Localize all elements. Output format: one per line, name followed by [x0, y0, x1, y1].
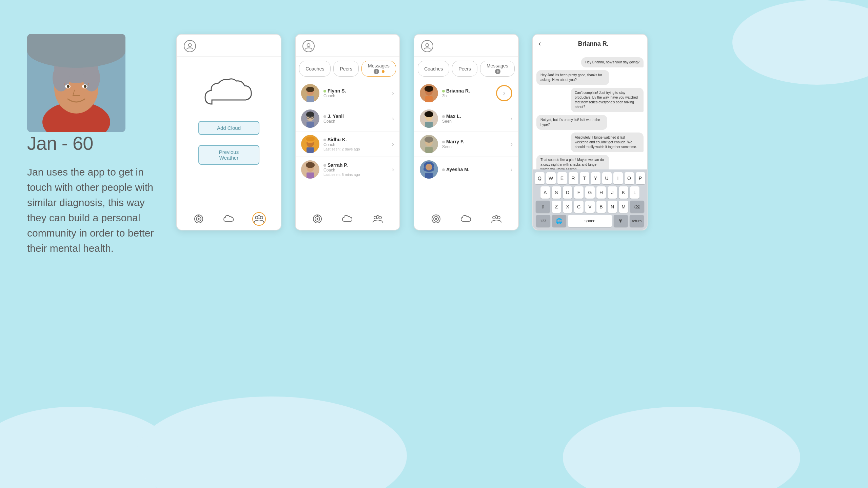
contact-item-flynn[interactable]: Flynn S. Coach ›	[296, 81, 399, 106]
key-i[interactable]: I	[613, 172, 623, 184]
persona-description: Jan uses the app to get in touch with ot…	[27, 164, 156, 256]
key-z[interactable]: Z	[552, 201, 561, 213]
key-delete[interactable]: ⌫	[630, 201, 644, 213]
key-w[interactable]: W	[546, 172, 556, 184]
svg-point-42	[317, 218, 318, 220]
contact-item-max[interactable]: Max L. Seen ›	[414, 106, 518, 131]
key-v[interactable]: V	[585, 201, 595, 213]
phone-2-header	[296, 35, 399, 57]
key-globe[interactable]: 🌐	[552, 215, 566, 227]
key-l[interactable]: L	[630, 186, 639, 199]
chevron-marry: ›	[511, 141, 513, 148]
svg-rect-51	[425, 96, 433, 102]
previous-weather-button[interactable]: Previous Weather	[198, 145, 259, 165]
tab-messages-2[interactable]: Messages 8	[361, 61, 396, 77]
key-u[interactable]: U	[602, 172, 612, 184]
svg-point-26	[306, 111, 314, 118]
profile-icon-3[interactable]	[421, 40, 433, 52]
status-dot-max	[442, 115, 445, 118]
profile-icon-2[interactable]	[302, 40, 315, 52]
contact-item-marry[interactable]: Marry F. Seen ›	[414, 131, 518, 157]
svg-point-9	[67, 85, 70, 88]
status-dot-sarrah	[323, 164, 326, 167]
avatar-max	[420, 109, 438, 128]
key-q[interactable]: Q	[535, 172, 545, 184]
key-return[interactable]: return	[630, 215, 644, 227]
contact-role-sidhu: Coach	[323, 142, 388, 147]
keyboard-row-3: ⇧ Z X C V B N M ⌫	[534, 201, 646, 213]
community-nav-icon-3[interactable]	[490, 212, 503, 226]
key-p[interactable]: P	[636, 172, 645, 184]
key-a[interactable]: A	[540, 186, 550, 199]
phone-3-header	[414, 35, 518, 57]
key-d[interactable]: D	[563, 186, 572, 199]
contact-item-ayesha[interactable]: Ayesha M. ›	[414, 157, 518, 182]
key-g[interactable]: G	[585, 186, 595, 199]
back-button[interactable]: ‹	[538, 39, 541, 48]
chevron-sarrah: ›	[392, 166, 394, 173]
cloud-nav-icon-1[interactable]	[222, 212, 236, 226]
key-t[interactable]: T	[580, 172, 589, 184]
goal-nav-icon-3[interactable]	[429, 212, 443, 226]
key-x[interactable]: X	[563, 201, 572, 213]
contact-name-sidhu: Sidhu K.	[323, 137, 388, 142]
contact-item-sarrah[interactable]: Sarrah P. Coach Last seen: 5 mins ago ›	[296, 157, 399, 182]
tab-coaches-3[interactable]: Coaches	[418, 61, 449, 77]
phone-2: Coaches Peers Messages 8	[295, 34, 400, 230]
key-m[interactable]: M	[619, 201, 628, 213]
key-n[interactable]: N	[608, 201, 617, 213]
contact-item-yanli[interactable]: J. Yanli Coach ›	[296, 106, 399, 131]
contact-name-brianna: Brianna R.	[442, 88, 492, 94]
profile-icon-1[interactable]	[184, 40, 196, 52]
key-f[interactable]: F	[574, 186, 584, 199]
chevron-sidhu: ›	[392, 141, 394, 148]
svg-rect-23	[307, 96, 314, 102]
cloud-nav-icon-2[interactable]	[341, 212, 354, 226]
key-shift[interactable]: ⇧	[536, 201, 550, 213]
phone-1-header	[177, 35, 281, 57]
key-space[interactable]: space	[568, 215, 612, 227]
key-o[interactable]: O	[625, 172, 634, 184]
goal-nav-icon-2[interactable]	[311, 212, 324, 226]
key-b[interactable]: B	[596, 201, 606, 213]
goal-nav-icon-1[interactable]	[192, 212, 205, 226]
tab-peers-3[interactable]: Peers	[452, 61, 477, 77]
avatar-yanli	[301, 109, 319, 128]
contact-status-sarrah: Last seen: 5 mins ago	[323, 172, 388, 177]
key-h[interactable]: H	[596, 186, 606, 199]
status-dot-yanli	[323, 115, 326, 118]
chat-header: ‹ Brianna R.	[533, 35, 647, 53]
tab-peers-2[interactable]: Peers	[333, 61, 359, 77]
key-j[interactable]: J	[608, 186, 617, 199]
tab-messages-3[interactable]: Messages 8	[480, 61, 515, 77]
cloud-nav-icon-3[interactable]	[459, 212, 473, 226]
key-y[interactable]: Y	[591, 172, 600, 184]
cloud-icon-large	[202, 77, 256, 111]
chevron-flynn: ›	[392, 90, 394, 97]
key-123[interactable]: 123	[536, 215, 550, 227]
key-e[interactable]: E	[557, 172, 567, 184]
key-r[interactable]: R	[569, 172, 578, 184]
community-nav-icon-1[interactable]	[252, 212, 266, 226]
key-mic[interactable]: 🎙	[614, 215, 628, 227]
contact-item-brianna[interactable]: Brianna R. 3h ›	[414, 81, 518, 106]
contact-role-max: Seen	[442, 119, 507, 124]
tab-coaches-2[interactable]: Coaches	[299, 61, 331, 77]
key-s[interactable]: S	[552, 186, 561, 199]
contact-name-yanli: J. Yanli	[323, 114, 388, 119]
key-k[interactable]: K	[619, 186, 628, 199]
add-cloud-button[interactable]: Add Cloud	[198, 121, 259, 135]
svg-point-10	[84, 85, 86, 88]
chat-messages: Hey Brianna, how's your day going? Hey J…	[533, 53, 647, 169]
key-c[interactable]: C	[574, 201, 584, 213]
svg-rect-35	[307, 147, 314, 153]
svg-point-47	[426, 44, 429, 47]
svg-point-58	[425, 137, 433, 143]
community-nav-icon-2[interactable]	[371, 212, 384, 226]
status-dot-ayesha	[442, 168, 445, 171]
contact-info-flynn: Flynn S. Coach	[323, 88, 388, 98]
contact-item-sidhu[interactable]: Sidhu K. Coach Last seen: 2 days ago ›	[296, 131, 399, 157]
phone-2-contact-list: Flynn S. Coach ›	[296, 81, 399, 208]
avatar-marry	[420, 135, 438, 153]
svg-point-38	[306, 162, 315, 168]
